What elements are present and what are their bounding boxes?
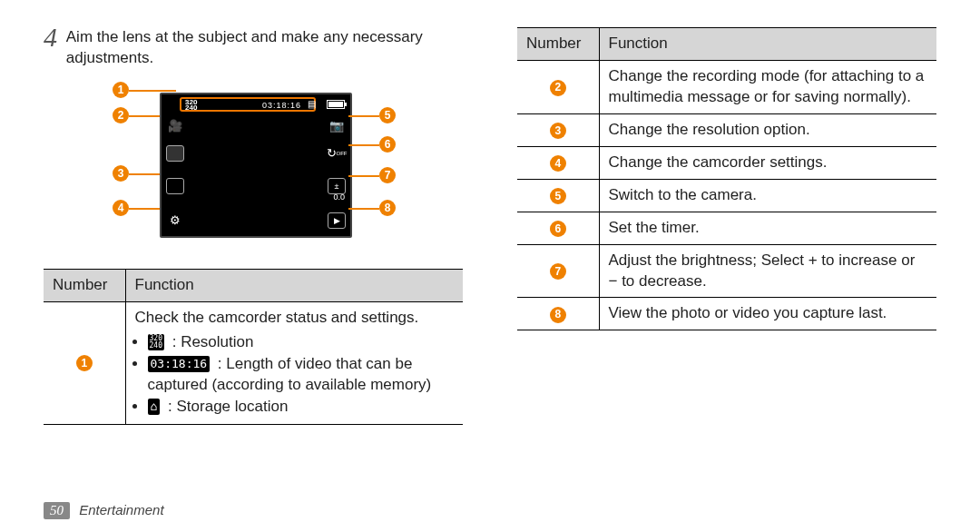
manual-page: 4 Aim the lens at the subject and make a… xyxy=(0,0,980,532)
timer-icon: ↻OFF xyxy=(327,143,347,163)
mode-icon: 🎥 xyxy=(165,116,185,136)
row-text: Switch to the camera. xyxy=(599,179,936,212)
table-header-row: Number Function xyxy=(44,269,463,301)
function-table-right: Number Function 2 Change the recording m… xyxy=(517,27,936,330)
list-item: 320240 : Resolution xyxy=(148,332,455,353)
row-text: Change the recording mode (for attaching… xyxy=(599,60,936,113)
section-name: Entertainment xyxy=(79,502,163,517)
resolution-icon-inline: 320240 xyxy=(148,334,164,350)
callout-4: 4 xyxy=(113,200,129,216)
header-function: Function xyxy=(599,28,936,61)
battery-icon xyxy=(327,100,345,109)
storage-icon-inline: ⌂ xyxy=(148,399,161,415)
row-1-content: Check the camcorder status and settings.… xyxy=(125,301,463,424)
function-table-left: Number Function 1 Check the camcorder st… xyxy=(44,269,463,425)
resolution-icon xyxy=(165,176,185,196)
gallery-icon: ▶ xyxy=(327,211,347,231)
time-icon-inline: 03:18:16 xyxy=(148,356,211,372)
row-badge: 4 xyxy=(550,155,566,172)
table-row: 6 Set the timer. xyxy=(517,212,936,244)
step-text: Aim the lens at the subject and make any… xyxy=(66,27,463,69)
row-badge: 7 xyxy=(550,263,566,280)
header-number: Number xyxy=(44,269,125,301)
page-footer: 50 Entertainment xyxy=(44,502,164,519)
row-badge: 2 xyxy=(550,80,566,96)
row-badge: 3 xyxy=(550,123,566,139)
table-row: 4 Change the camcorder settings. xyxy=(517,146,936,179)
row-1-lead: Check the camcorder status and settings. xyxy=(135,309,419,326)
table-row: 2 Change the recording mode (for attachi… xyxy=(517,60,936,113)
switch-camera-icon: 📷 xyxy=(327,116,347,136)
page-number: 50 xyxy=(44,502,70,519)
ev-value: 0.0 xyxy=(333,192,345,202)
callout-5: 5 xyxy=(379,107,396,123)
row-badge: 8 xyxy=(550,307,566,323)
callout-2: 2 xyxy=(113,107,129,123)
camcorder-screen: 320240 03:18:16 ▤ 🎥 ⚙ 📷 ↻OFF ± 0.0 ▶ xyxy=(160,93,352,238)
list-item: 03:18:16 : Length of video that can be c… xyxy=(148,354,455,396)
callout-6: 6 xyxy=(379,136,396,153)
row-text: View the photo or video you capture last… xyxy=(599,298,936,330)
row-badge: 6 xyxy=(550,221,566,237)
row-text: Change the camcorder settings. xyxy=(599,146,936,179)
table-row: 5 Switch to the camera. xyxy=(517,179,936,212)
blank-icon xyxy=(165,143,185,163)
table-header-row: Number Function xyxy=(517,28,936,61)
callout-1: 1 xyxy=(113,82,129,98)
list-item: ⌂ : Storage location xyxy=(148,397,455,418)
row-badge: 5 xyxy=(550,188,566,204)
camcorder-diagram: 320240 03:18:16 ▤ 🎥 ⚙ 📷 ↻OFF ± 0.0 ▶ xyxy=(109,84,399,256)
step-number: 4 xyxy=(44,22,66,53)
right-column: Number Function 2 Change the recording m… xyxy=(517,27,936,425)
record-time-indicator: 03:18:16 xyxy=(262,101,301,110)
resolution-indicator: 320240 xyxy=(185,100,197,111)
settings-icon: ⚙ xyxy=(165,211,185,231)
callout-8: 8 xyxy=(379,200,396,216)
row-text: Set the timer. xyxy=(599,212,936,244)
row-badge-1: 1 xyxy=(76,355,93,371)
header-number: Number xyxy=(517,28,599,61)
row-text: Adjust the brightness; Select + to incre… xyxy=(599,244,936,298)
header-function: Function xyxy=(125,269,463,301)
storage-icon: ▤ xyxy=(308,99,316,109)
step-4: 4 Aim the lens at the subject and make a… xyxy=(44,27,463,69)
callout-7: 7 xyxy=(379,167,396,183)
table-row: 1 Check the camcorder status and setting… xyxy=(44,301,463,424)
table-row: 8 View the photo or video you capture la… xyxy=(517,298,936,330)
callout-3: 3 xyxy=(113,165,129,182)
left-column: 4 Aim the lens at the subject and make a… xyxy=(44,27,463,425)
table-row: 7 Adjust the brightness; Select + to inc… xyxy=(517,244,936,298)
table-row: 3 Change the resolution option. xyxy=(517,113,936,146)
row-text: Change the resolution option. xyxy=(599,113,936,146)
